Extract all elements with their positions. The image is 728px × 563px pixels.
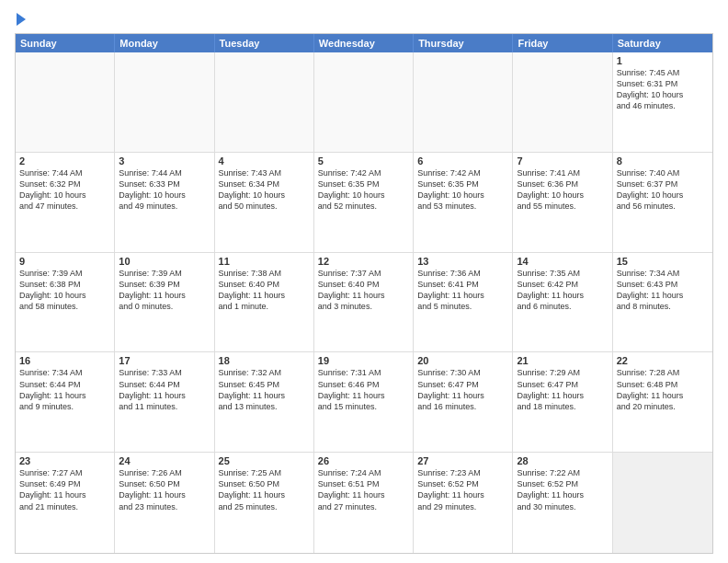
calendar-cell: 10Sunrise: 7:39 AM Sunset: 6:39 PM Dayli… — [115, 253, 214, 352]
day-info: Sunrise: 7:28 AM Sunset: 6:48 PM Dayligh… — [617, 367, 709, 412]
day-info: Sunrise: 7:42 AM Sunset: 6:35 PM Dayligh… — [318, 167, 409, 213]
day-number: 27 — [417, 455, 508, 466]
calendar-cell: 13Sunrise: 7:36 AM Sunset: 6:41 PM Dayli… — [414, 253, 513, 352]
calendar-cell: 1Sunrise: 7:45 AM Sunset: 6:31 PM Daylig… — [613, 52, 712, 152]
calendar-cell: 4Sunrise: 7:43 AM Sunset: 6:34 PM Daylig… — [215, 153, 314, 252]
calendar-cell: 6Sunrise: 7:42 AM Sunset: 6:35 PM Daylig… — [414, 153, 513, 252]
day-header-sunday: Sunday — [16, 34, 115, 52]
calendar-cell: 18Sunrise: 7:32 AM Sunset: 6:45 PM Dayli… — [215, 352, 314, 452]
day-number: 21 — [517, 355, 608, 366]
calendar-cell — [513, 52, 612, 152]
day-info: Sunrise: 7:37 AM Sunset: 6:40 PM Dayligh… — [318, 268, 409, 313]
calendar-cell: 3Sunrise: 7:44 AM Sunset: 6:33 PM Daylig… — [115, 153, 214, 252]
calendar-cell: 2Sunrise: 7:44 AM Sunset: 6:32 PM Daylig… — [16, 153, 115, 252]
day-number: 25 — [219, 455, 310, 466]
day-info: Sunrise: 7:26 AM Sunset: 6:50 PM Dayligh… — [119, 467, 210, 512]
day-number: 24 — [119, 455, 210, 466]
calendar-cell — [16, 52, 115, 152]
day-number: 23 — [19, 455, 110, 466]
day-info: Sunrise: 7:40 AM Sunset: 6:37 PM Dayligh… — [617, 167, 709, 213]
day-number: 16 — [19, 355, 110, 366]
day-info: Sunrise: 7:44 AM Sunset: 6:32 PM Dayligh… — [19, 167, 110, 213]
day-info: Sunrise: 7:24 AM Sunset: 6:51 PM Dayligh… — [318, 467, 409, 512]
calendar-cell: 9Sunrise: 7:39 AM Sunset: 6:38 PM Daylig… — [16, 253, 115, 352]
calendar-cell: 17Sunrise: 7:33 AM Sunset: 6:44 PM Dayli… — [115, 352, 214, 452]
calendar-cell: 14Sunrise: 7:35 AM Sunset: 6:42 PM Dayli… — [513, 253, 612, 352]
day-info: Sunrise: 7:29 AM Sunset: 6:47 PM Dayligh… — [517, 367, 608, 412]
day-number: 4 — [219, 155, 310, 167]
logo-flag-icon — [17, 13, 26, 26]
calendar-week-2: 2Sunrise: 7:44 AM Sunset: 6:32 PM Daylig… — [16, 153, 712, 253]
calendar-cell: 21Sunrise: 7:29 AM Sunset: 6:47 PM Dayli… — [513, 352, 612, 452]
day-number: 19 — [318, 355, 409, 366]
day-info: Sunrise: 7:39 AM Sunset: 6:39 PM Dayligh… — [119, 268, 210, 313]
day-info: Sunrise: 7:44 AM Sunset: 6:33 PM Dayligh… — [119, 167, 210, 213]
calendar-cell: 5Sunrise: 7:42 AM Sunset: 6:35 PM Daylig… — [314, 153, 414, 252]
day-info: Sunrise: 7:45 AM Sunset: 6:31 PM Dayligh… — [617, 67, 709, 112]
calendar-cell: 26Sunrise: 7:24 AM Sunset: 6:51 PM Dayli… — [314, 453, 414, 553]
day-info: Sunrise: 7:31 AM Sunset: 6:46 PM Dayligh… — [318, 367, 409, 412]
calendar: SundayMondayTuesdayWednesdayThursdayFrid… — [15, 33, 713, 554]
day-number: 12 — [318, 256, 409, 267]
day-info: Sunrise: 7:34 AM Sunset: 6:43 PM Dayligh… — [617, 268, 709, 313]
day-number: 20 — [417, 355, 508, 366]
logo — [15, 15, 26, 28]
day-number: 17 — [119, 355, 210, 366]
calendar-cell: 24Sunrise: 7:26 AM Sunset: 6:50 PM Dayli… — [115, 453, 214, 553]
day-number: 13 — [417, 256, 508, 267]
calendar-cell: 15Sunrise: 7:34 AM Sunset: 6:43 PM Dayli… — [613, 253, 712, 352]
calendar-week-4: 16Sunrise: 7:34 AM Sunset: 6:44 PM Dayli… — [16, 352, 712, 453]
calendar-week-3: 9Sunrise: 7:39 AM Sunset: 6:38 PM Daylig… — [16, 253, 712, 353]
calendar-cell: 20Sunrise: 7:30 AM Sunset: 6:47 PM Dayli… — [414, 352, 513, 452]
day-info: Sunrise: 7:34 AM Sunset: 6:44 PM Dayligh… — [19, 367, 110, 412]
calendar-cell: 25Sunrise: 7:25 AM Sunset: 6:50 PM Dayli… — [215, 453, 314, 553]
day-info: Sunrise: 7:25 AM Sunset: 6:50 PM Dayligh… — [219, 467, 310, 512]
day-header-thursday: Thursday — [414, 34, 513, 52]
header — [15, 15, 713, 28]
calendar-week-5: 23Sunrise: 7:27 AM Sunset: 6:49 PM Dayli… — [16, 453, 712, 553]
day-number: 5 — [318, 155, 409, 167]
day-number: 14 — [517, 256, 608, 267]
calendar-cell: 23Sunrise: 7:27 AM Sunset: 6:49 PM Dayli… — [16, 453, 115, 553]
day-number: 28 — [517, 455, 608, 466]
day-number: 22 — [617, 355, 709, 366]
day-number: 15 — [617, 256, 709, 267]
day-number: 10 — [119, 256, 210, 267]
page: SundayMondayTuesdayWednesdayThursdayFrid… — [0, 0, 728, 563]
calendar-cell: 27Sunrise: 7:23 AM Sunset: 6:52 PM Dayli… — [414, 453, 513, 553]
calendar-cell: 7Sunrise: 7:41 AM Sunset: 6:36 PM Daylig… — [513, 153, 612, 252]
day-header-wednesday: Wednesday — [314, 34, 414, 52]
day-info: Sunrise: 7:27 AM Sunset: 6:49 PM Dayligh… — [19, 467, 110, 512]
calendar-cell — [314, 52, 414, 152]
day-number: 7 — [517, 155, 608, 167]
calendar-cell — [115, 52, 214, 152]
calendar-cell: 8Sunrise: 7:40 AM Sunset: 6:37 PM Daylig… — [613, 153, 712, 252]
day-header-saturday: Saturday — [613, 34, 712, 52]
day-number: 1 — [617, 55, 709, 66]
day-info: Sunrise: 7:43 AM Sunset: 6:34 PM Dayligh… — [219, 167, 310, 213]
calendar-cell — [613, 453, 712, 553]
day-number: 6 — [417, 155, 508, 167]
day-header-friday: Friday — [513, 34, 612, 52]
calendar-cell: 16Sunrise: 7:34 AM Sunset: 6:44 PM Dayli… — [16, 352, 115, 452]
day-info: Sunrise: 7:30 AM Sunset: 6:47 PM Dayligh… — [417, 367, 508, 412]
day-info: Sunrise: 7:23 AM Sunset: 6:52 PM Dayligh… — [417, 467, 508, 512]
day-number: 2 — [19, 155, 110, 167]
calendar-cell: 28Sunrise: 7:22 AM Sunset: 6:52 PM Dayli… — [513, 453, 612, 553]
calendar-cell: 19Sunrise: 7:31 AM Sunset: 6:46 PM Dayli… — [314, 352, 414, 452]
day-info: Sunrise: 7:22 AM Sunset: 6:52 PM Dayligh… — [517, 467, 608, 512]
calendar-header: SundayMondayTuesdayWednesdayThursdayFrid… — [16, 34, 712, 52]
day-header-tuesday: Tuesday — [215, 34, 314, 52]
calendar-cell: 12Sunrise: 7:37 AM Sunset: 6:40 PM Dayli… — [314, 253, 414, 352]
calendar-cell — [215, 52, 314, 152]
day-info: Sunrise: 7:33 AM Sunset: 6:44 PM Dayligh… — [119, 367, 210, 412]
calendar-body: 1Sunrise: 7:45 AM Sunset: 6:31 PM Daylig… — [16, 52, 712, 553]
calendar-cell: 11Sunrise: 7:38 AM Sunset: 6:40 PM Dayli… — [215, 253, 314, 352]
calendar-cell: 22Sunrise: 7:28 AM Sunset: 6:48 PM Dayli… — [613, 352, 712, 452]
day-number: 3 — [119, 155, 210, 167]
day-info: Sunrise: 7:42 AM Sunset: 6:35 PM Dayligh… — [417, 167, 508, 213]
day-info: Sunrise: 7:36 AM Sunset: 6:41 PM Dayligh… — [417, 268, 508, 313]
day-info: Sunrise: 7:38 AM Sunset: 6:40 PM Dayligh… — [219, 268, 310, 313]
day-number: 8 — [617, 155, 709, 167]
day-info: Sunrise: 7:32 AM Sunset: 6:45 PM Dayligh… — [219, 367, 310, 412]
